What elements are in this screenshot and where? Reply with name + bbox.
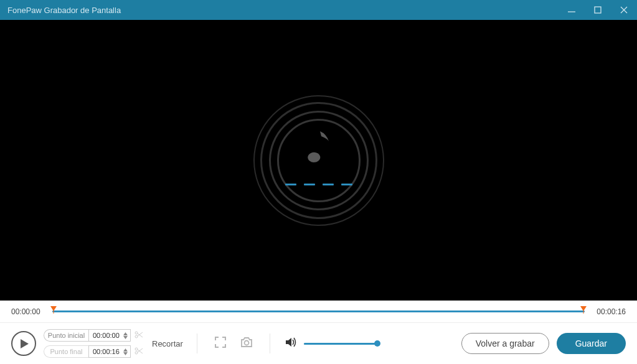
titlebar: FonePaw Grabador de Pantalla (0, 0, 637, 20)
svg-point-12 (135, 335, 138, 338)
timeline-track[interactable] (52, 306, 585, 318)
svg-marker-8 (21, 339, 29, 348)
volume-control (284, 335, 377, 352)
svg-marker-9 (123, 332, 128, 335)
trim-end-label: Punto final (44, 345, 88, 358)
time-end-label: 00:00:16 (593, 307, 626, 316)
scissors-icon (134, 346, 143, 357)
volume-icon[interactable] (284, 335, 298, 352)
svg-marker-16 (123, 352, 128, 355)
svg-point-21 (244, 341, 248, 345)
svg-marker-10 (123, 336, 128, 339)
svg-marker-4 (50, 306, 57, 311)
audio-placeholder (253, 95, 384, 226)
trim-end-input[interactable]: 00:00:16 (88, 345, 131, 358)
save-button[interactable]: Guardar (557, 333, 626, 354)
divider (270, 334, 270, 353)
rerecord-button[interactable]: Volver a grabar (461, 333, 549, 354)
volume-slider[interactable] (304, 343, 377, 345)
camera-icon[interactable] (237, 333, 256, 354)
close-button[interactable] (611, 0, 637, 20)
cut-button[interactable]: Recortar (152, 339, 183, 348)
trim-start-stepper[interactable] (123, 332, 128, 339)
trim-end-value: 00:00:16 (93, 348, 120, 355)
audio-level-indicator (285, 184, 352, 185)
trim-start-marker[interactable] (50, 305, 57, 316)
svg-point-18 (135, 352, 138, 354)
fullscreen-icon[interactable] (211, 333, 230, 354)
preview-area (0, 20, 637, 301)
svg-point-17 (135, 348, 138, 350)
trim-start-input[interactable]: 00:00:00 (88, 329, 131, 342)
svg-rect-1 (595, 7, 601, 13)
controls-row: Punto inicial 00:00:00 Punto final 00:00… (0, 323, 637, 364)
trim-end-stepper[interactable] (123, 348, 128, 355)
time-start-label: 00:00:00 (11, 307, 44, 316)
play-button[interactable] (11, 331, 36, 356)
divider (197, 334, 197, 353)
trim-controls: Punto inicial 00:00:00 Punto final 00:00… (44, 329, 143, 358)
window-controls (559, 0, 637, 20)
window-title: FonePaw Grabador de Pantalla (7, 6, 559, 15)
svg-point-11 (135, 332, 138, 334)
music-note-icon (301, 126, 336, 172)
trim-start-label: Punto inicial (44, 329, 88, 342)
minimize-button[interactable] (559, 0, 585, 20)
trim-start-value: 00:00:00 (93, 332, 120, 339)
trim-end-marker[interactable] (580, 305, 587, 316)
svg-marker-15 (123, 348, 128, 352)
scissors-icon (134, 330, 143, 341)
timeline-row: 00:00:00 00:00:16 (0, 301, 637, 323)
maximize-button[interactable] (585, 0, 611, 20)
svg-marker-6 (580, 306, 587, 311)
